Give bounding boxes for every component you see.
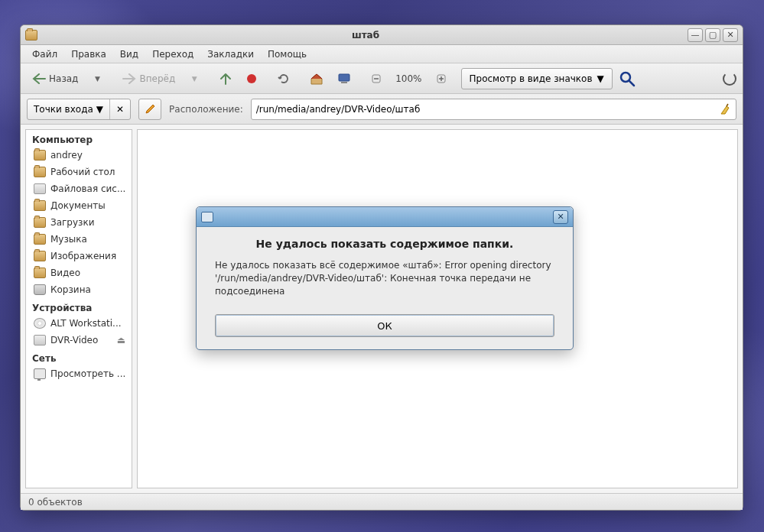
arrow-right-icon xyxy=(122,73,136,84)
pencil-icon xyxy=(144,103,156,115)
folder-icon xyxy=(34,251,46,261)
sidebar-item-label: Корзина xyxy=(50,284,91,295)
arrow-up-icon xyxy=(219,73,232,85)
menu-go[interactable]: Переход xyxy=(145,47,200,62)
sidebar-item[interactable]: ALT Workstati... xyxy=(26,315,132,332)
zoom-level: 100% xyxy=(390,68,427,89)
back-button[interactable]: Назад xyxy=(27,68,83,89)
sidebar-item-label: Рабочий стол xyxy=(50,167,115,177)
location-label: Расположение: xyxy=(169,104,243,115)
sidebar-item-label: Видео xyxy=(50,268,80,278)
home-button[interactable] xyxy=(304,68,329,89)
computer-icon xyxy=(337,73,351,85)
folder-icon xyxy=(34,150,46,161)
search-icon xyxy=(619,70,636,87)
statusbar: 0 объектов xyxy=(21,493,743,510)
computer-button[interactable] xyxy=(332,68,356,89)
folder-icon xyxy=(34,234,46,245)
sidebar-item-label: Документы xyxy=(50,200,106,211)
window-title: штаб xyxy=(44,30,688,41)
sidebar-item-label: Музыка xyxy=(50,234,87,245)
sidebar-item[interactable]: Загрузки xyxy=(26,214,132,231)
sidebar-group-title: Компьютер xyxy=(26,130,132,147)
toolbar: Назад ▼ Вперёд ▼ 100% xyxy=(21,63,743,94)
sidebar-item[interactable]: Файловая сис... xyxy=(26,180,132,197)
menu-edit[interactable]: Правка xyxy=(64,47,113,62)
folder-icon xyxy=(34,217,46,228)
sidebar-group-title: Устройства xyxy=(26,298,132,315)
stop-button[interactable] xyxy=(240,68,263,89)
menu-help[interactable]: Помощь xyxy=(261,47,314,62)
minimize-button[interactable]: — xyxy=(688,28,703,42)
dialog-close-button[interactable]: ✕ xyxy=(553,210,568,224)
up-button[interactable] xyxy=(214,68,237,89)
edit-location-button[interactable] xyxy=(138,99,161,120)
clear-icon[interactable] xyxy=(719,103,731,115)
stop-icon xyxy=(245,73,258,85)
entrypoints-selector[interactable]: Точки входа▼ ✕ xyxy=(27,99,131,120)
back-label: Назад xyxy=(49,73,78,84)
menu-bookmarks[interactable]: Закладки xyxy=(200,47,261,62)
view-mode-label: Просмотр в виде значков xyxy=(470,73,593,84)
titlebar[interactable]: штаб — ▢ ✕ xyxy=(21,25,743,45)
loading-throbber-icon xyxy=(723,72,736,86)
close-button[interactable]: ✕ xyxy=(723,28,738,42)
network-icon xyxy=(34,368,46,379)
location-input[interactable] xyxy=(256,104,719,115)
folder-icon xyxy=(34,167,46,177)
error-dialog: ✕ Не удалось показать содержимое папки. … xyxy=(196,206,574,350)
sidebar-item[interactable]: Документы xyxy=(26,197,132,214)
folder-icon xyxy=(34,268,46,278)
sidebar-item-label: Изображения xyxy=(50,251,116,261)
chevron-down-icon: ▼ xyxy=(597,73,603,84)
svg-point-0 xyxy=(247,74,256,83)
sidebar-item[interactable]: Изображения xyxy=(26,248,132,264)
sidebar-item[interactable]: Просмотреть ... xyxy=(26,365,132,382)
maximize-button[interactable]: ▢ xyxy=(705,28,720,42)
search-button[interactable] xyxy=(616,68,639,89)
sidebar-item-label: andrey xyxy=(50,150,83,161)
sidebar-item-label: Файловая сис... xyxy=(50,183,125,194)
entrypoints-clear[interactable]: ✕ xyxy=(109,99,130,119)
arrow-left-icon xyxy=(32,73,46,84)
sidebar-item-label: DVR-Video xyxy=(50,335,98,345)
trash-icon xyxy=(34,284,46,295)
drive-icon xyxy=(34,183,46,194)
sidebar-item[interactable]: DVR-Video⏏ xyxy=(26,332,132,349)
sidebar-item[interactable]: Музыка xyxy=(26,231,132,248)
sidebar-item-label: Просмотреть ... xyxy=(50,368,125,379)
forward-label: Вперёд xyxy=(139,73,175,84)
location-input-wrapper xyxy=(251,99,736,120)
reload-button[interactable] xyxy=(272,68,295,89)
places-sidebar: КомпьютерandreyРабочий столФайловая сис.… xyxy=(25,129,132,488)
home-icon xyxy=(310,73,323,85)
status-text: 0 объектов xyxy=(28,497,83,508)
view-mode-selector[interactable]: Просмотр в виде значков ▼ xyxy=(461,68,613,89)
reload-icon xyxy=(278,73,290,85)
folder-icon xyxy=(34,200,46,211)
dialog-titlebar[interactable]: ✕ xyxy=(197,207,573,227)
chevron-down-icon: ▼ xyxy=(96,104,103,115)
minus-icon xyxy=(371,73,382,84)
menu-file[interactable]: Файл xyxy=(25,47,64,62)
folder-icon xyxy=(25,30,37,41)
menubar: Файл Правка Вид Переход Закладки Помощь xyxy=(21,45,743,63)
forward-history-button: ▼ xyxy=(184,68,205,89)
menu-view[interactable]: Вид xyxy=(113,47,145,62)
dialog-heading: Не удалось показать содержимое папки. xyxy=(215,238,554,250)
zoom-out-button[interactable] xyxy=(366,68,387,89)
optical-disc-icon xyxy=(34,318,46,329)
sidebar-item[interactable]: andrey xyxy=(26,147,132,164)
dialog-message: Не удалось показать всё содержимое «штаб… xyxy=(215,259,554,297)
dialog-ok-button[interactable]: ОК xyxy=(215,314,554,337)
sidebar-item[interactable]: Рабочий стол xyxy=(26,164,132,180)
back-history-button[interactable]: ▼ xyxy=(86,68,108,89)
sidebar-item[interactable]: Видео xyxy=(26,264,132,281)
location-bar: Точки входа▼ ✕ Расположение: xyxy=(21,94,743,125)
sidebar-item-label: Загрузки xyxy=(50,217,95,228)
zoom-in-button[interactable] xyxy=(431,68,452,89)
sidebar-item[interactable]: Корзина xyxy=(26,281,132,298)
eject-icon[interactable]: ⏏ xyxy=(117,335,125,345)
svg-rect-2 xyxy=(341,82,347,83)
sidebar-item-label: ALT Workstati... xyxy=(50,318,122,329)
